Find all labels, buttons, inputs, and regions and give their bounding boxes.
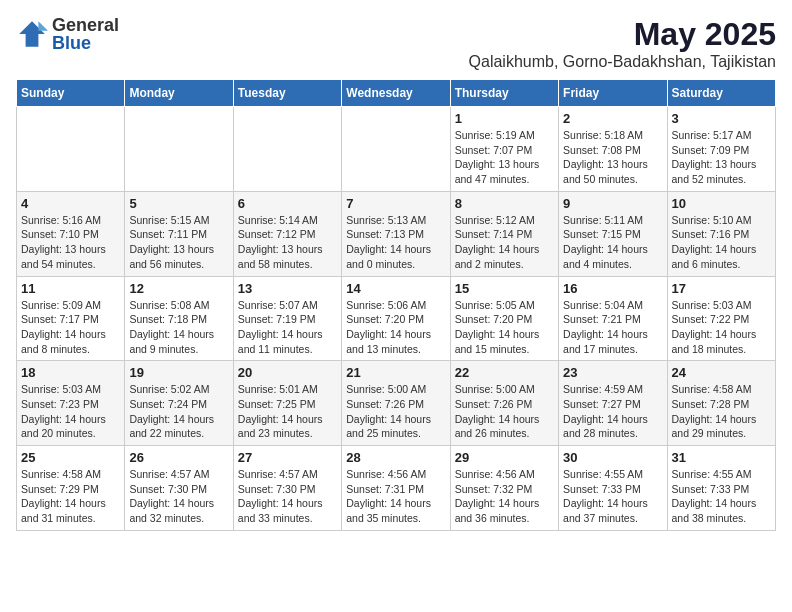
calendar-cell: 3Sunrise: 5:17 AMSunset: 7:09 PMDaylight… <box>667 107 775 192</box>
calendar-cell: 31Sunrise: 4:55 AMSunset: 7:33 PMDayligh… <box>667 446 775 531</box>
calendar-cell: 1Sunrise: 5:19 AMSunset: 7:07 PMDaylight… <box>450 107 558 192</box>
day-info: Sunrise: 5:06 AMSunset: 7:20 PMDaylight:… <box>346 298 445 357</box>
calendar-cell: 4Sunrise: 5:16 AMSunset: 7:10 PMDaylight… <box>17 191 125 276</box>
day-info: Sunrise: 4:59 AMSunset: 7:27 PMDaylight:… <box>563 382 662 441</box>
day-number: 7 <box>346 196 445 211</box>
calendar-cell: 17Sunrise: 5:03 AMSunset: 7:22 PMDayligh… <box>667 276 775 361</box>
calendar-cell: 18Sunrise: 5:03 AMSunset: 7:23 PMDayligh… <box>17 361 125 446</box>
calendar-cell: 11Sunrise: 5:09 AMSunset: 7:17 PMDayligh… <box>17 276 125 361</box>
logo-general-text: General <box>52 16 119 34</box>
page-header: General Blue May 2025 Qalaikhumb, Gorno-… <box>16 16 776 71</box>
day-info: Sunrise: 4:55 AMSunset: 7:33 PMDaylight:… <box>563 467 662 526</box>
page-title: May 2025 <box>469 16 776 53</box>
header-day-tuesday: Tuesday <box>233 80 341 107</box>
day-number: 12 <box>129 281 228 296</box>
day-info: Sunrise: 4:57 AMSunset: 7:30 PMDaylight:… <box>129 467 228 526</box>
day-info: Sunrise: 5:10 AMSunset: 7:16 PMDaylight:… <box>672 213 771 272</box>
calendar-cell: 22Sunrise: 5:00 AMSunset: 7:26 PMDayligh… <box>450 361 558 446</box>
day-number: 28 <box>346 450 445 465</box>
day-number: 9 <box>563 196 662 211</box>
day-number: 15 <box>455 281 554 296</box>
calendar-cell: 19Sunrise: 5:02 AMSunset: 7:24 PMDayligh… <box>125 361 233 446</box>
calendar-cell: 25Sunrise: 4:58 AMSunset: 7:29 PMDayligh… <box>17 446 125 531</box>
calendar-cell: 14Sunrise: 5:06 AMSunset: 7:20 PMDayligh… <box>342 276 450 361</box>
calendar-cell: 2Sunrise: 5:18 AMSunset: 7:08 PMDaylight… <box>559 107 667 192</box>
day-info: Sunrise: 5:12 AMSunset: 7:14 PMDaylight:… <box>455 213 554 272</box>
calendar-cell: 24Sunrise: 4:58 AMSunset: 7:28 PMDayligh… <box>667 361 775 446</box>
calendar-cell: 26Sunrise: 4:57 AMSunset: 7:30 PMDayligh… <box>125 446 233 531</box>
calendar-table: SundayMondayTuesdayWednesdayThursdayFrid… <box>16 79 776 531</box>
day-info: Sunrise: 4:57 AMSunset: 7:30 PMDaylight:… <box>238 467 337 526</box>
day-number: 8 <box>455 196 554 211</box>
calendar-cell: 15Sunrise: 5:05 AMSunset: 7:20 PMDayligh… <box>450 276 558 361</box>
calendar-cell: 5Sunrise: 5:15 AMSunset: 7:11 PMDaylight… <box>125 191 233 276</box>
day-number: 26 <box>129 450 228 465</box>
header-day-saturday: Saturday <box>667 80 775 107</box>
day-number: 31 <box>672 450 771 465</box>
svg-marker-1 <box>38 21 48 31</box>
calendar-cell: 10Sunrise: 5:10 AMSunset: 7:16 PMDayligh… <box>667 191 775 276</box>
page-subtitle: Qalaikhumb, Gorno-Badakhshan, Tajikistan <box>469 53 776 71</box>
week-row-0: 1Sunrise: 5:19 AMSunset: 7:07 PMDaylight… <box>17 107 776 192</box>
day-info: Sunrise: 4:58 AMSunset: 7:28 PMDaylight:… <box>672 382 771 441</box>
calendar-cell: 28Sunrise: 4:56 AMSunset: 7:31 PMDayligh… <box>342 446 450 531</box>
header-day-wednesday: Wednesday <box>342 80 450 107</box>
day-number: 21 <box>346 365 445 380</box>
day-number: 27 <box>238 450 337 465</box>
day-number: 14 <box>346 281 445 296</box>
day-info: Sunrise: 5:14 AMSunset: 7:12 PMDaylight:… <box>238 213 337 272</box>
day-info: Sunrise: 4:56 AMSunset: 7:32 PMDaylight:… <box>455 467 554 526</box>
header-day-sunday: Sunday <box>17 80 125 107</box>
day-info: Sunrise: 5:08 AMSunset: 7:18 PMDaylight:… <box>129 298 228 357</box>
day-number: 20 <box>238 365 337 380</box>
day-number: 1 <box>455 111 554 126</box>
day-number: 6 <box>238 196 337 211</box>
week-row-2: 11Sunrise: 5:09 AMSunset: 7:17 PMDayligh… <box>17 276 776 361</box>
day-number: 11 <box>21 281 120 296</box>
day-number: 4 <box>21 196 120 211</box>
day-info: Sunrise: 4:55 AMSunset: 7:33 PMDaylight:… <box>672 467 771 526</box>
day-info: Sunrise: 5:19 AMSunset: 7:07 PMDaylight:… <box>455 128 554 187</box>
calendar-cell <box>342 107 450 192</box>
week-row-1: 4Sunrise: 5:16 AMSunset: 7:10 PMDaylight… <box>17 191 776 276</box>
day-number: 17 <box>672 281 771 296</box>
day-number: 19 <box>129 365 228 380</box>
day-number: 10 <box>672 196 771 211</box>
calendar-cell: 8Sunrise: 5:12 AMSunset: 7:14 PMDaylight… <box>450 191 558 276</box>
calendar-cell <box>233 107 341 192</box>
header-row: SundayMondayTuesdayWednesdayThursdayFrid… <box>17 80 776 107</box>
calendar-cell: 7Sunrise: 5:13 AMSunset: 7:13 PMDaylight… <box>342 191 450 276</box>
day-number: 24 <box>672 365 771 380</box>
day-info: Sunrise: 5:01 AMSunset: 7:25 PMDaylight:… <box>238 382 337 441</box>
day-number: 3 <box>672 111 771 126</box>
day-number: 2 <box>563 111 662 126</box>
calendar-cell: 16Sunrise: 5:04 AMSunset: 7:21 PMDayligh… <box>559 276 667 361</box>
calendar-cell: 6Sunrise: 5:14 AMSunset: 7:12 PMDaylight… <box>233 191 341 276</box>
calendar-cell: 29Sunrise: 4:56 AMSunset: 7:32 PMDayligh… <box>450 446 558 531</box>
day-number: 30 <box>563 450 662 465</box>
calendar-cell: 21Sunrise: 5:00 AMSunset: 7:26 PMDayligh… <box>342 361 450 446</box>
day-info: Sunrise: 5:09 AMSunset: 7:17 PMDaylight:… <box>21 298 120 357</box>
day-number: 22 <box>455 365 554 380</box>
day-info: Sunrise: 5:03 AMSunset: 7:22 PMDaylight:… <box>672 298 771 357</box>
logo-icon <box>16 18 48 50</box>
calendar-cell <box>125 107 233 192</box>
day-number: 23 <box>563 365 662 380</box>
logo-text: General Blue <box>52 16 119 52</box>
header-day-thursday: Thursday <box>450 80 558 107</box>
calendar-cell: 20Sunrise: 5:01 AMSunset: 7:25 PMDayligh… <box>233 361 341 446</box>
day-number: 18 <box>21 365 120 380</box>
day-number: 13 <box>238 281 337 296</box>
day-info: Sunrise: 4:58 AMSunset: 7:29 PMDaylight:… <box>21 467 120 526</box>
day-info: Sunrise: 5:00 AMSunset: 7:26 PMDaylight:… <box>455 382 554 441</box>
calendar-cell: 12Sunrise: 5:08 AMSunset: 7:18 PMDayligh… <box>125 276 233 361</box>
week-row-3: 18Sunrise: 5:03 AMSunset: 7:23 PMDayligh… <box>17 361 776 446</box>
header-day-monday: Monday <box>125 80 233 107</box>
day-info: Sunrise: 5:04 AMSunset: 7:21 PMDaylight:… <box>563 298 662 357</box>
logo-blue-text: Blue <box>52 34 119 52</box>
day-info: Sunrise: 5:07 AMSunset: 7:19 PMDaylight:… <box>238 298 337 357</box>
day-info: Sunrise: 5:16 AMSunset: 7:10 PMDaylight:… <box>21 213 120 272</box>
day-info: Sunrise: 4:56 AMSunset: 7:31 PMDaylight:… <box>346 467 445 526</box>
day-info: Sunrise: 5:17 AMSunset: 7:09 PMDaylight:… <box>672 128 771 187</box>
day-info: Sunrise: 5:05 AMSunset: 7:20 PMDaylight:… <box>455 298 554 357</box>
